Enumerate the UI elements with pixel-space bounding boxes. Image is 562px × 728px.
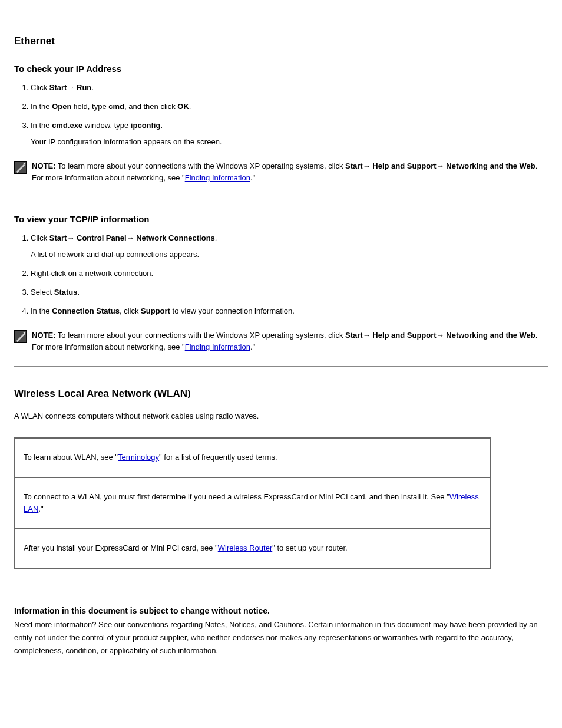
step-text: Select Status. (31, 288, 80, 297)
cell-text-pre: After you install your ExpressCard or Mi… (24, 543, 218, 552)
wlan-intro-paragraph: A WLAN connects computers without networ… (14, 410, 548, 422)
step-extra-text: A list of network and dial-up connection… (31, 249, 548, 261)
note-span: → (363, 162, 373, 170)
section-wlan-heading: Wireless Local Area Network (WLAN) (14, 388, 548, 400)
document-page: Ethernet To check your IP Address Click … (0, 0, 562, 671)
note-label: NOTE: (32, 162, 55, 170)
section-ethernet-heading: Ethernet (14, 35, 548, 47)
step-text: In the cmd.exe window, type ipconfig. (31, 121, 163, 130)
note-text: NOTE: To learn more about your connectio… (32, 160, 548, 184)
note-bold: Help and Support (372, 331, 436, 340)
note-span: → (363, 331, 373, 340)
note-block: NOTE: To learn more about your connectio… (14, 160, 548, 184)
separator (14, 366, 548, 367)
link-wireless-router[interactable]: Wireless Router (218, 543, 272, 552)
step-item: In the cmd.exe window, type ipconfig. Yo… (31, 120, 548, 148)
note-span: To learn more about your connections wit… (55, 331, 345, 340)
cell-text-pre: To connect to a WLAN, you must first det… (24, 492, 449, 501)
footer-body: Need more information? See our conventio… (14, 618, 548, 657)
note-span: → (437, 331, 444, 340)
table-row: To connect to a WLAN, you must first det… (15, 477, 491, 529)
step-text: In the Connection Status, click Support … (31, 307, 295, 315)
note-bold: Help and Support (372, 162, 436, 170)
step-item: In the Open field, type cmd, and then cl… (31, 101, 548, 113)
note-block: NOTE: To learn more about your connectio… (14, 330, 548, 353)
table-row: After you install your ExpressCard or Mi… (15, 529, 491, 568)
note-bold: Networking and the Web (446, 331, 535, 340)
step-item: Click Start→ Run. (31, 82, 548, 94)
cell-text-post: " to set up your router. (272, 543, 347, 552)
footer-heading: Information in this document is subject … (14, 604, 548, 618)
wlan-table: To learn about WLAN, see "Terminology" f… (14, 437, 491, 569)
subsection-view-tcpip: To view your TCP/IP information (14, 214, 548, 224)
step-text: Click Start→ Run. (31, 83, 94, 92)
cell-text-post: ." (38, 505, 43, 513)
note-icon (14, 161, 27, 174)
note-text: NOTE: To learn more about your connectio… (32, 330, 548, 353)
step-item: Click Start→ Control Panel→ Network Conn… (31, 232, 548, 261)
step-text: Right-click on a network connection. (31, 269, 153, 278)
note-icon (14, 330, 27, 343)
note-bold: Start (345, 162, 363, 170)
footer-note: Information in this document is subject … (14, 604, 548, 657)
step-extra-text: Your IP configuration information appear… (31, 136, 548, 148)
step-item: Right-click on a network connection. (31, 268, 548, 279)
step-text: Click Start→ Control Panel→ Network Conn… (31, 233, 217, 242)
step-item: In the Connection Status, click Support … (31, 305, 548, 317)
subsection-check-ip: To check your IP Address (14, 64, 548, 74)
note-span: → (437, 162, 444, 170)
link-finding-information[interactable]: Finding Information (185, 173, 250, 182)
link-finding-information[interactable]: Finding Information (185, 342, 250, 351)
note-span: To learn more about your connections wit… (55, 162, 345, 170)
table-row: To learn about WLAN, see "Terminology" f… (15, 438, 491, 477)
note-bold: Networking and the Web (446, 162, 535, 170)
steps-list-check-ip: Click Start→ Run. In the Open field, typ… (14, 82, 548, 149)
note-span: ." (250, 173, 255, 182)
note-span: ." (250, 342, 255, 351)
note-bold: Start (345, 331, 363, 340)
steps-list-tcpip: Click Start→ Control Panel→ Network Conn… (14, 232, 548, 318)
cell-text-post: " for a list of frequently used terms. (159, 453, 277, 462)
separator (14, 197, 548, 197)
cell-text-pre: To learn about WLAN, see " (24, 453, 118, 462)
step-item: Select Status. (31, 286, 548, 298)
note-label: NOTE: (32, 331, 55, 340)
step-text: In the Open field, type cmd, and then cl… (31, 102, 191, 111)
link-terminology[interactable]: Terminology (118, 453, 159, 462)
